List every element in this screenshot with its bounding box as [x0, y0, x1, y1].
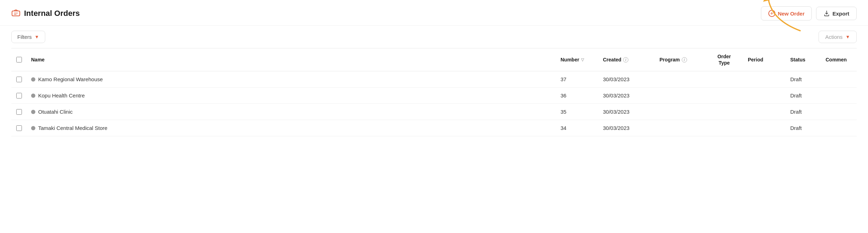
header-number: Number ▽ — [556, 48, 599, 71]
row-number-cell: 36 — [556, 88, 599, 104]
row-number-cell: 34 — [556, 120, 599, 136]
actions-label: Actions — [825, 34, 843, 40]
row-number-cell: 35 — [556, 104, 599, 120]
table-section: Name Number ▽ Created i — [0, 48, 868, 136]
toolbar: Filters ▼ Actions ▼ — [0, 26, 868, 48]
toolbar-right: Actions ▼ — [819, 31, 857, 43]
row-comment-cell — [821, 120, 857, 136]
number-sort-icon[interactable]: ▽ — [581, 58, 584, 62]
export-label: Export — [832, 11, 849, 17]
header-period: Period — [744, 48, 786, 71]
row-checkbox-cell — [11, 120, 27, 136]
table-row: Otuatahi Clinic 35 30/03/2023 Draft — [11, 104, 857, 120]
row-status-dot — [31, 110, 35, 114]
filters-button[interactable]: Filters ▼ — [11, 31, 45, 43]
export-icon — [823, 10, 830, 17]
row-checkbox-cell — [11, 88, 27, 104]
row-created-cell: 30/03/2023 — [599, 120, 655, 136]
row-number-cell: 37 — [556, 71, 599, 88]
export-button[interactable]: Export — [816, 7, 857, 20]
row-created-cell: 30/03/2023 — [599, 71, 655, 88]
header-status: Status — [786, 48, 821, 71]
row-name-cell: Kopu Health Centre — [27, 88, 556, 104]
header-checkbox-cell — [11, 48, 27, 71]
row-status-dot — [31, 77, 35, 82]
row-checkbox-3[interactable] — [16, 125, 22, 131]
row-period-cell — [744, 71, 786, 88]
filters-chevron-icon: ▼ — [35, 34, 39, 40]
row-checkbox-cell — [11, 71, 27, 88]
row-created-cell: 30/03/2023 — [599, 88, 655, 104]
table-row: Kamo Regional Warehouse 37 30/03/2023 Dr… — [11, 71, 857, 88]
row-comment-cell — [821, 71, 857, 88]
filters-label: Filters — [17, 34, 32, 40]
row-checkbox-2[interactable] — [16, 109, 22, 115]
row-order-type-cell — [705, 120, 744, 136]
row-status-cell: Draft — [786, 120, 821, 136]
new-order-label: New Order — [778, 11, 805, 17]
row-comment-cell — [821, 104, 857, 120]
row-order-type-cell — [705, 88, 744, 104]
header-name: Name — [27, 48, 556, 71]
row-program-cell — [655, 104, 705, 120]
table-body: Kamo Regional Warehouse 37 30/03/2023 Dr… — [11, 71, 857, 136]
row-checkbox-cell — [11, 104, 27, 120]
svg-rect-0 — [12, 11, 20, 16]
header-actions: + New Order Export — [761, 6, 857, 20]
row-status-cell: Draft — [786, 71, 821, 88]
actions-button[interactable]: Actions ▼ — [819, 31, 857, 43]
row-order-type-cell — [705, 104, 744, 120]
page-title-area: Internal Orders — [11, 8, 80, 19]
row-status-dot — [31, 126, 35, 130]
row-program-cell — [655, 120, 705, 136]
row-name-text[interactable]: Kopu Health Centre — [38, 92, 85, 98]
header-order-type: Order Type — [705, 48, 744, 71]
row-name-cell: Otuatahi Clinic — [27, 104, 556, 120]
table-header-row: Name Number ▽ Created i — [11, 48, 857, 71]
actions-chevron-icon: ▼ — [845, 34, 850, 40]
row-created-cell: 30/03/2023 — [599, 104, 655, 120]
program-info-icon[interactable]: i — [682, 57, 687, 62]
row-period-cell — [744, 88, 786, 104]
header-created: Created i — [599, 48, 655, 71]
internal-orders-icon — [11, 8, 20, 19]
row-checkbox-1[interactable] — [16, 93, 22, 98]
header-program: Program i — [655, 48, 705, 71]
select-all-checkbox[interactable] — [16, 57, 22, 62]
page-wrapper: Internal Orders + New Order Export Filte… — [0, 0, 868, 233]
row-name-text[interactable]: Kamo Regional Warehouse — [38, 76, 103, 82]
row-name-cell: Kamo Regional Warehouse — [27, 71, 556, 88]
new-order-button[interactable]: + New Order — [761, 6, 812, 20]
row-program-cell — [655, 71, 705, 88]
page-title: Internal Orders — [24, 9, 80, 18]
table-row: Tamaki Central Medical Store 34 30/03/20… — [11, 120, 857, 136]
row-name-cell: Tamaki Central Medical Store — [27, 120, 556, 136]
row-status-cell: Draft — [786, 104, 821, 120]
row-period-cell — [744, 104, 786, 120]
row-checkbox-0[interactable] — [16, 77, 22, 82]
new-order-plus-icon: + — [768, 10, 775, 17]
row-program-cell — [655, 88, 705, 104]
row-name-text[interactable]: Otuatahi Clinic — [38, 109, 73, 115]
row-period-cell — [744, 120, 786, 136]
row-status-cell: Draft — [786, 88, 821, 104]
page-header: Internal Orders + New Order Export — [0, 0, 868, 26]
row-name-text[interactable]: Tamaki Central Medical Store — [38, 125, 107, 131]
row-comment-cell — [821, 88, 857, 104]
toolbar-left: Filters ▼ — [11, 31, 45, 43]
orders-table: Name Number ▽ Created i — [11, 48, 857, 136]
table-row: Kopu Health Centre 36 30/03/2023 Draft — [11, 88, 857, 104]
header-comment: Commen — [821, 48, 857, 71]
created-info-icon[interactable]: i — [623, 57, 628, 62]
row-status-dot — [31, 94, 35, 98]
row-order-type-cell — [705, 71, 744, 88]
